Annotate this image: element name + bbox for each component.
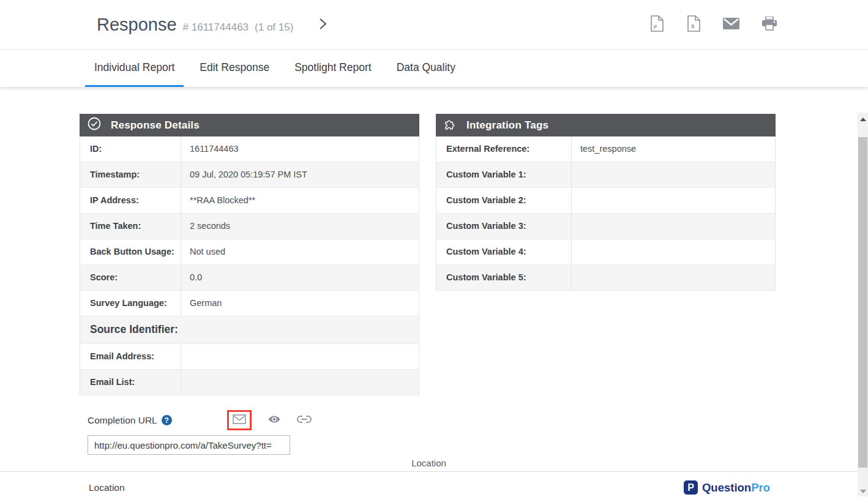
row-value [572,265,775,290]
scrollbar-thumb[interactable] [858,137,867,468]
response-details-rows: ID: 1611744463 Timestamp: 09 Jul, 2020 0… [80,136,419,395]
row-value: 1611744463 [181,136,419,162]
table-section-row: Source Identifier: [80,316,419,344]
integration-tags-rows: External Reference: test_response Custom… [436,136,776,291]
next-response-button[interactable] [319,18,327,32]
integration-tags-panel: Integration Tags External Reference: tes… [436,114,776,291]
table-row: Timestamp: 09 Jul, 2020 05:19:57 PM IST [80,162,419,188]
detail-tables: Response Details ID: 1611744463 Timestam… [0,87,868,395]
title-wrap: Response # 1611744463 (1 of 15) [97,15,293,35]
table-row: Custom Variable 1: [436,162,776,188]
tab-edit-response[interactable]: Edit Response [190,50,279,87]
email-response-button[interactable] [723,18,739,31]
row-label: Custom Variable 3: [436,214,572,239]
section-label: Source Identifier: [80,316,419,343]
email-url-button[interactable] [233,414,246,426]
row-value: 0.0 [181,265,419,290]
row-label: Custom Variable 5: [436,265,572,290]
row-label: Custom Variable 2: [436,188,572,213]
printer-icon [761,17,777,33]
preview-url-button[interactable] [268,415,281,425]
excel-file-icon: x [686,15,701,34]
questionpro-logo-mark-icon: P [684,480,698,495]
page-title: Response [97,15,177,35]
row-label: Time Taken: [80,214,181,239]
envelope-icon [723,18,739,31]
completion-url-tools [227,410,312,430]
row-label: Score: [80,265,181,290]
questionpro-logo[interactable]: P QuestionPro [684,480,770,495]
table-row: Survey Language: German [80,291,419,316]
table-row: IP Address: **RAA Blocked** [80,188,419,214]
row-value: 2 seconds [181,214,419,239]
row-label: ID: [80,136,181,162]
link-icon [297,416,312,425]
envelope-outline-icon [233,414,246,426]
tab-data-quality[interactable]: Data Quality [387,50,465,87]
response-pagination: (1 of 15) [255,21,293,34]
vertical-scrollbar[interactable] [858,113,868,496]
row-value: 09 Jul, 2020 05:19:57 PM IST [181,162,419,187]
table-row: Custom Variable 4: [436,239,776,265]
scroll-up-button[interactable] [858,114,868,124]
table-row: Custom Variable 2: [436,188,776,214]
row-value [572,188,775,213]
highlight-box [227,410,252,430]
row-label: Email List: [80,370,181,395]
row-value: test_response [572,136,775,162]
questionpro-logo-text: QuestionPro [702,481,770,495]
row-value: German [181,291,419,316]
top-header: Response # 1611744463 (1 of 15) p x [0,0,868,50]
print-button[interactable] [761,17,777,33]
row-label: Custom Variable 4: [436,239,572,264]
row-value [572,162,775,187]
logo-text-question: Question [702,481,751,494]
eye-icon [268,415,281,425]
table-row: Back Button Usage: Not used [80,239,419,265]
row-label: Back Button Usage: [80,239,181,264]
tab-individual-report[interactable]: Individual Report [85,50,184,87]
table-row: Email List: [80,370,419,395]
table-row: Time Taken: 2 seconds [80,214,419,239]
row-value [181,344,419,369]
table-row: Email Address: [80,344,419,370]
scroll-down-button[interactable] [858,486,868,496]
response-details-header: Response Details [80,114,419,136]
check-circle-icon [87,116,102,134]
help-icon[interactable]: ? [162,415,172,425]
copy-link-button[interactable] [297,416,312,425]
row-label: Timestamp: [80,162,181,187]
row-label: External Reference: [436,136,572,162]
pdf-file-icon: p [649,15,664,34]
table-row: Custom Variable 3: [436,214,776,239]
logo-text-pro: Pro [751,481,770,494]
row-label: Survey Language: [80,291,181,316]
row-label: Custom Variable 1: [436,162,572,187]
row-label: Email Address: [80,344,181,369]
integration-tags-header: Integration Tags [436,114,776,136]
response-id: # 1611744463 [183,21,249,34]
panel-title: Integration Tags [466,119,548,132]
panel-title: Response Details [111,119,200,132]
svg-text:p: p [653,23,657,29]
table-row: Custom Variable 5: [436,265,776,291]
table-row: Score: 0.0 [80,265,419,291]
export-excel-button[interactable]: x [686,15,701,34]
row-value [181,370,419,395]
export-toolbar: p x [649,15,777,34]
report-content: Response Details ID: 1611744463 Timestam… [0,87,868,496]
location-section-heading: Location [89,482,125,493]
completion-url-block: Completion URL ? [88,410,868,455]
bottom-row: Location P QuestionPro [0,472,868,495]
table-row: External Reference: test_response [436,136,776,162]
triangle-up-icon [860,118,866,121]
row-label: IP Address: [80,188,181,213]
puzzle-piece-icon [443,117,457,134]
completion-url-input[interactable] [88,435,290,455]
row-value: **RAA Blocked** [181,188,419,213]
report-tab-bar: Individual Report Edit Response Spotligh… [0,50,868,87]
export-pdf-button[interactable]: p [649,15,664,34]
completion-url-label: Completion URL [88,415,157,426]
tab-spotlight-report[interactable]: Spotlight Report [285,50,381,87]
row-value [572,214,775,239]
